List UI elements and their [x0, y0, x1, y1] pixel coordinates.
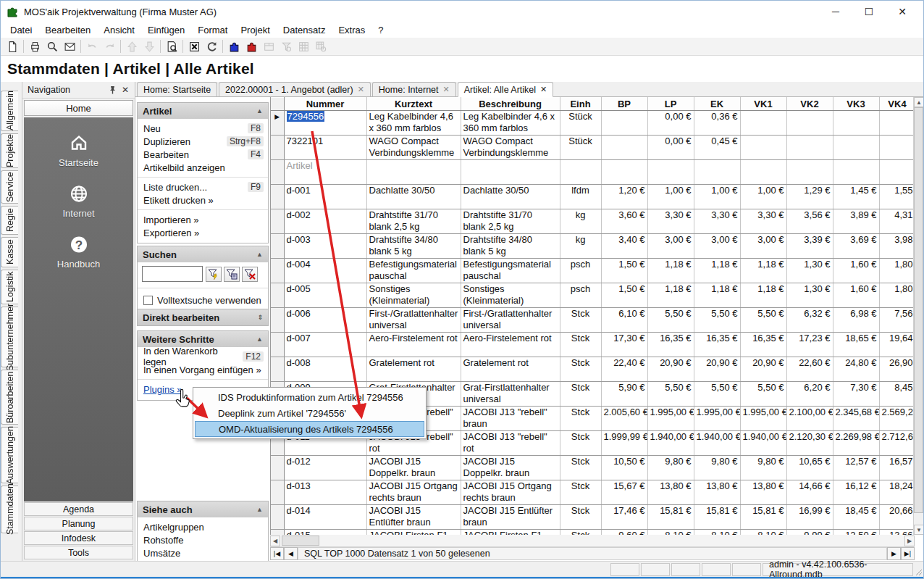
see-also-umsätze[interactable]: Umsätze — [138, 546, 268, 559]
action-artikelbild-anzeigen[interactable]: Artikelbild anzeigen — [138, 161, 268, 174]
cell[interactable]: lfdm — [560, 185, 601, 209]
table-row[interactable]: d-012JACOBI J15 Doppelkr. braunJACOBI J1… — [271, 456, 915, 480]
cell[interactable]: 3,60 € — [601, 209, 647, 234]
cell[interactable]: 1,30 € — [786, 259, 833, 283]
cell[interactable]: 1,00 € — [740, 185, 786, 209]
cell[interactable]: 12,57 € — [833, 456, 879, 480]
cell[interactable]: d-015 — [284, 530, 366, 536]
cell[interactable]: 7,56 — [879, 308, 915, 333]
cell[interactable]: 12,50 € — [833, 530, 879, 536]
context-menu-item[interactable]: IDS Produktinformation zum Artikel 72945… — [195, 389, 424, 405]
action-in-einen-vorgang-einf-gen-[interactable]: In einen Vorgang einfügen » — [138, 363, 268, 376]
module-tab-büroarbeiten[interactable]: Büroarbeiten — [1, 370, 18, 425]
cell[interactable]: 24,80 € — [833, 357, 879, 382]
module-tab-projekte[interactable]: Projekte — [1, 133, 18, 168]
cell[interactable]: JACOBI J15 Doppelkr. braun — [366, 456, 461, 480]
scroll-down-icon[interactable]: ▼ — [914, 525, 924, 535]
table-row[interactable]: d-007Aero-Firstelement rotAero-Firstelem… — [271, 333, 915, 357]
cell[interactable]: 2.569,21 — [879, 407, 915, 431]
cell[interactable]: Stck — [560, 530, 601, 536]
filter-options-icon[interactable] — [224, 267, 240, 282]
cell[interactable]: JACOBI J15 Doppelkr. braun — [461, 456, 560, 480]
cell[interactable]: Drahtstifte 31/70 blank 2,5 kg — [461, 209, 560, 234]
table-row[interactable]: 7322101WAGO Compact VerbindungsklemmeWAG… — [271, 136, 915, 160]
cell[interactable] — [740, 111, 786, 136]
refresh-icon[interactable] — [203, 39, 220, 54]
cell[interactable]: First-/Gratlattenhalter universal — [461, 308, 560, 333]
cell[interactable]: d-001 — [284, 185, 366, 209]
cell[interactable]: 18,24 — [879, 480, 915, 505]
cell[interactable]: JACOBI Firsten F1 — [461, 530, 560, 536]
table-row[interactable]: d-008Gratelement rotGratelement rotStck2… — [271, 357, 915, 382]
record-selector[interactable] — [271, 234, 284, 259]
search-input[interactable] — [142, 266, 203, 282]
cell[interactable]: 3,89 € — [833, 209, 879, 234]
cell[interactable]: 1,18 € — [740, 259, 786, 283]
plugins-link[interactable]: Plugins » — [143, 384, 182, 395]
cell[interactable] — [833, 136, 879, 160]
record-selector[interactable] — [271, 209, 284, 234]
cell[interactable]: Stück — [560, 111, 601, 136]
nav-item-internet[interactable]: Internet — [24, 184, 133, 219]
cell[interactable]: 20,90 € — [647, 357, 694, 382]
menu-datensatz[interactable]: Datensatz — [277, 23, 332, 37]
module-tab-kasse[interactable]: Kasse — [1, 237, 18, 267]
last-record-button[interactable]: ▶| — [901, 547, 915, 560]
cell[interactable]: 16,12 € — [833, 480, 879, 505]
cell[interactable]: Stck — [560, 333, 601, 357]
nav-item-handbuch[interactable]: ?Handbuch — [24, 235, 133, 270]
module-tab-stammdaten[interactable]: Stammdaten — [1, 486, 18, 533]
record-selector[interactable] — [271, 308, 284, 333]
panel-siehe-header[interactable]: Siehe auch▲ — [138, 501, 268, 517]
cell[interactable]: Stck — [560, 407, 601, 431]
cell[interactable] — [601, 160, 647, 185]
cell[interactable]: d-006 — [284, 308, 366, 333]
cell[interactable]: 16,57 — [879, 456, 915, 480]
cell[interactable]: 1.940,00 € — [740, 431, 786, 456]
print-preview-icon[interactable] — [43, 39, 61, 54]
cell[interactable]: Stck — [560, 357, 601, 382]
cell[interactable]: 1,60 € — [833, 283, 879, 308]
context-menu-item[interactable]: Deeplink zum Artikel '7294556' — [195, 405, 424, 421]
cell[interactable]: 1,45 € — [833, 185, 879, 209]
cell[interactable] — [560, 160, 601, 185]
column-header-vk4[interactable]: VK4 — [879, 98, 915, 111]
cell[interactable]: 0,45 € — [694, 136, 740, 160]
table-row[interactable]: ▶7294556Leg Kabelbinder 4,6 x 360 mm far… — [271, 111, 915, 136]
cell[interactable]: JACOBI J15 Entlüfter braun — [366, 505, 461, 530]
nav-bottom-tools[interactable]: Tools — [24, 546, 133, 559]
cell[interactable]: d-008 — [284, 357, 366, 382]
cell[interactable] — [601, 111, 647, 136]
nav-item-startseite[interactable]: Startseite — [24, 133, 133, 168]
cell[interactable]: 1.995,00 € — [694, 407, 740, 431]
cell[interactable]: 16,99 € — [786, 505, 833, 530]
record-selector[interactable] — [271, 259, 284, 283]
action-duplizieren[interactable]: DuplizierenStrg+F8 — [138, 135, 268, 148]
cell[interactable]: 20,66 — [879, 505, 915, 530]
record-selector[interactable] — [271, 333, 284, 357]
table-row[interactable]: d-014JACOBI J15 Entlüfter braunJACOBI J1… — [271, 505, 915, 530]
cell[interactable]: d-004 — [284, 259, 366, 283]
panel-direkt-header[interactable]: Direkt bearbeiten⇕ — [138, 309, 268, 325]
menu-format[interactable]: Format — [191, 23, 234, 37]
cell[interactable]: 3,39 € — [786, 234, 833, 259]
cell[interactable]: 6,32 € — [786, 308, 833, 333]
cell[interactable]: 0,00 € — [647, 111, 694, 136]
record-selector[interactable] — [271, 136, 284, 160]
cell[interactable] — [694, 160, 740, 185]
cell[interactable] — [461, 160, 560, 185]
nav-bottom-infodesk[interactable]: Infodesk — [24, 531, 133, 545]
table-row[interactable]: d-001Dachlatte 30/50Dachlatte 30/50lfdm1… — [271, 185, 915, 209]
cell[interactable] — [786, 111, 833, 136]
cell[interactable]: 5,50 € — [694, 308, 740, 333]
nav-bottom-agenda[interactable]: Agenda — [24, 502, 133, 516]
record-selector[interactable] — [271, 480, 284, 505]
cell[interactable]: JACOBI J15 Ortgang rechts braun — [461, 480, 560, 505]
menu-?[interactable]: ? — [371, 23, 390, 37]
cell[interactable]: 1,30 € — [786, 283, 833, 308]
cell[interactable]: WAGO Compact Verbindungsklemme — [366, 136, 461, 160]
cell[interactable]: 4,31 — [879, 209, 915, 234]
cell[interactable]: 16,35 € — [740, 333, 786, 357]
cell[interactable]: 9,99 € — [786, 530, 833, 536]
menu-einfgen[interactable]: Einfügen — [141, 23, 191, 37]
